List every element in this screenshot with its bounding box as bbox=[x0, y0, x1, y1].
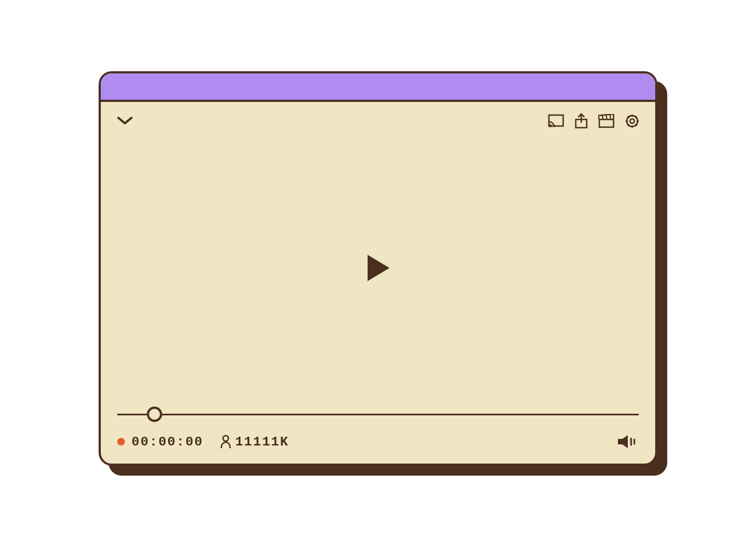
bottom-controls: 00:00:00 11111K bbox=[117, 434, 639, 449]
viewer-count: 11111K bbox=[220, 435, 289, 449]
progress-line bbox=[117, 414, 639, 415]
chevron-down-icon bbox=[116, 116, 134, 127]
settings-button[interactable] bbox=[625, 113, 640, 129]
volume-button[interactable] bbox=[617, 434, 639, 449]
svg-point-11 bbox=[223, 436, 228, 441]
gear-icon bbox=[625, 113, 640, 129]
svg-rect-0 bbox=[549, 115, 563, 126]
cast-button[interactable] bbox=[548, 114, 564, 128]
time-display: 00:00:00 bbox=[131, 435, 203, 449]
clapperboard-button[interactable] bbox=[598, 114, 615, 128]
clapperboard-icon bbox=[598, 114, 615, 128]
titlebar[interactable] bbox=[101, 73, 655, 102]
bottom-left: 00:00:00 11111K bbox=[117, 435, 289, 449]
svg-marker-12 bbox=[618, 435, 628, 448]
progress-handle[interactable] bbox=[147, 407, 162, 422]
video-area: 00:00:00 11111K bbox=[101, 102, 655, 464]
collapse-button[interactable] bbox=[116, 116, 134, 127]
svg-rect-4 bbox=[599, 119, 614, 127]
video-canvas[interactable] bbox=[101, 129, 655, 407]
play-button[interactable] bbox=[364, 253, 392, 283]
top-right-toolbar bbox=[548, 113, 640, 129]
svg-marker-10 bbox=[368, 255, 390, 281]
progress-bar[interactable] bbox=[117, 407, 639, 422]
person-icon bbox=[220, 435, 232, 449]
share-button[interactable] bbox=[574, 113, 588, 129]
play-icon bbox=[364, 253, 392, 283]
svg-point-8 bbox=[630, 119, 634, 123]
top-controls bbox=[101, 102, 655, 129]
cast-icon bbox=[548, 114, 564, 128]
bottom-area: 00:00:00 11111K bbox=[101, 407, 655, 464]
volume-icon bbox=[617, 434, 639, 449]
share-icon bbox=[574, 113, 588, 129]
svg-point-9 bbox=[627, 116, 638, 127]
viewers-count-text: 11111K bbox=[235, 435, 289, 449]
video-player-window: 00:00:00 11111K bbox=[99, 71, 657, 466]
live-indicator-dot bbox=[117, 438, 125, 445]
svg-point-1 bbox=[549, 125, 551, 128]
svg-line-7 bbox=[610, 115, 611, 120]
